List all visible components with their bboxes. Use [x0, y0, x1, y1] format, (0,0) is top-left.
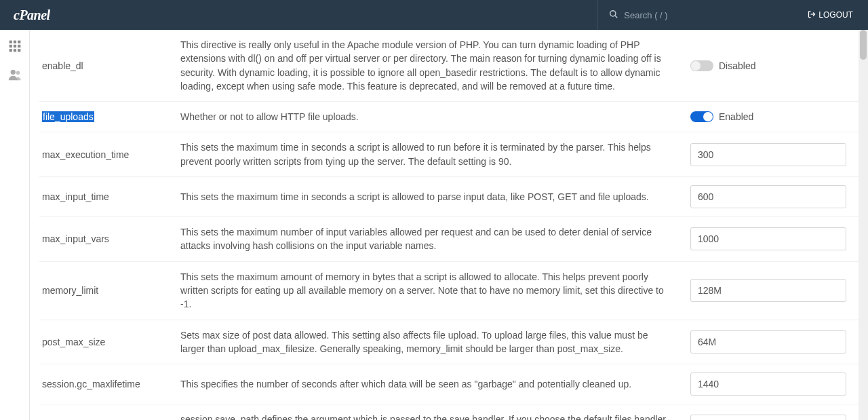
users-icon[interactable]: [7, 66, 23, 83]
directive-input[interactable]: [690, 330, 846, 354]
top-bar: cPanel LOGOUT: [0, 0, 868, 30]
php-directives-list: enable_dlThis directive is really only u…: [30, 30, 868, 420]
directive-row: enable_dlThis directive is really only u…: [39, 30, 859, 102]
directive-value: Disabled: [690, 60, 859, 71]
directive-value: [690, 330, 859, 354]
directive-key: enable_dl: [39, 60, 180, 71]
directive-value: [690, 373, 859, 396]
svg-line-1: [615, 15, 618, 18]
directive-input[interactable]: [690, 373, 846, 396]
directive-key: memory_limit: [39, 285, 180, 296]
logout-label: LOGOUT: [818, 10, 853, 20]
directive-input[interactable]: [690, 279, 846, 302]
directive-row: max_input_varsThis sets the maximum numb…: [39, 217, 859, 262]
apps-grid-icon[interactable]: [7, 38, 23, 54]
directive-value: [690, 415, 859, 420]
directive-row: post_max_sizeSets max size of post data …: [39, 320, 859, 365]
scrollbar-thumb[interactable]: [860, 30, 867, 60]
toggle-switch[interactable]: [690, 111, 713, 122]
svg-rect-4: [13, 41, 16, 43]
directive-input[interactable]: [690, 227, 846, 250]
directive-key: session.gc_maxlifetime: [39, 379, 180, 389]
directive-description: This specifies the number of seconds aft…: [180, 377, 690, 391]
directive-key: max_input_vars: [39, 233, 180, 244]
toggle-state-label: Disabled: [719, 60, 755, 71]
directive-key: post_max_size: [39, 337, 180, 347]
directive-description: This sets the maximum time in seconds a …: [180, 140, 690, 168]
directive-row: file_uploadsWhether or not to allow HTTP…: [39, 102, 859, 132]
svg-point-12: [10, 70, 15, 75]
scrollbar[interactable]: [859, 30, 868, 420]
directive-key: max_execution_time: [39, 149, 180, 160]
toggle-state-label: Enabled: [719, 111, 753, 122]
left-sidebar: [0, 30, 30, 420]
directive-row: max_execution_timeThis sets the maximum …: [39, 132, 859, 177]
svg-point-13: [16, 71, 20, 75]
directive-description: This sets the maximum number of input va…: [180, 225, 690, 253]
toggle-switch[interactable]: [690, 60, 713, 71]
directive-key: file_uploads: [39, 111, 180, 122]
directive-input[interactable]: [690, 415, 846, 420]
directive-row: memory_limitThis sets the maximum amount…: [39, 262, 859, 320]
svg-point-0: [610, 10, 616, 16]
svg-rect-3: [9, 41, 12, 43]
search-input[interactable]: [624, 10, 790, 20]
directive-value: [690, 185, 859, 208]
svg-rect-10: [13, 49, 16, 52]
directive-row: session.save_pathsession.save_path defin…: [39, 404, 859, 420]
directive-row: session.gc_maxlifetimeThis specifies the…: [39, 364, 859, 404]
directive-description: This directive is really only useful in …: [180, 38, 690, 93]
directive-description: This sets the maximum time in seconds a …: [180, 190, 690, 204]
directive-description: session.save_path defines the argument w…: [180, 413, 690, 420]
directive-value: Enabled: [690, 111, 859, 122]
svg-rect-9: [9, 49, 12, 52]
global-search[interactable]: [597, 0, 801, 30]
logout-button[interactable]: LOGOUT: [801, 0, 860, 30]
directive-description: This sets the maximum amount of memory i…: [180, 270, 690, 311]
brand-logo[interactable]: cPanel: [14, 7, 50, 23]
directive-description: Sets max size of post data allowed. This…: [180, 328, 690, 356]
directive-description: Whether or not to allow HTTP file upload…: [180, 110, 690, 123]
directive-input[interactable]: [690, 143, 846, 166]
svg-rect-7: [13, 45, 16, 47]
logout-icon: [808, 10, 816, 20]
directive-row: max_input_timeThis sets the maximum time…: [39, 177, 859, 217]
directive-key: max_input_time: [39, 191, 180, 202]
directive-value: [690, 279, 859, 302]
svg-rect-11: [18, 49, 20, 52]
svg-rect-6: [9, 45, 12, 47]
svg-rect-8: [18, 45, 20, 47]
directive-input[interactable]: [690, 185, 846, 208]
directive-value: [690, 143, 859, 166]
directive-value: [690, 227, 859, 250]
search-icon: [609, 9, 618, 21]
svg-rect-5: [18, 41, 20, 43]
